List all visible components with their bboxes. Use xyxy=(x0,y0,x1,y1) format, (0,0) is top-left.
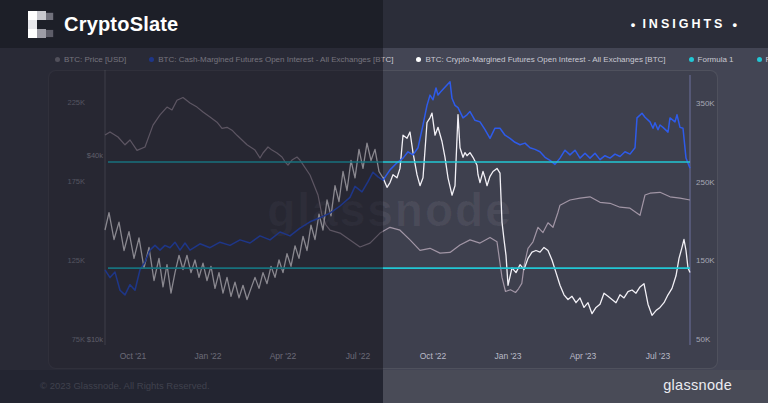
crypto-oi-series-dot-icon xyxy=(416,57,421,62)
cash-oi-series-dot-icon xyxy=(149,57,154,62)
site-footer: © 2023 Glassnode. All Rights Reserved. g… xyxy=(0,370,768,403)
x-tick-label: Jan '23 xyxy=(494,351,521,361)
legend-item-cash-margined-oi[interactable]: BTC: Cash-Margined Futures Open Interest… xyxy=(149,55,393,64)
legend-label: BTC: Price [USD] xyxy=(64,55,126,64)
chart-legend: BTC: Price [USD] BTC: Cash-Margined Futu… xyxy=(55,55,715,64)
x-tick-label: Oct '22 xyxy=(420,351,447,361)
page: glassnodeOct '21Jan '22Apr '22Jul '22Oct… xyxy=(0,0,768,403)
y-tick-label-oi-left: 125K xyxy=(67,256,85,265)
y-tick-label-oi-right: 350K xyxy=(696,99,715,108)
legend-item-formula-1[interactable]: Formula 1 xyxy=(689,55,734,64)
formula-2-dot-icon xyxy=(757,57,762,62)
y-tick-label-oi-left: 75K xyxy=(72,335,85,344)
legend-label: BTC: Crypto-Margined Futures Open Intere… xyxy=(425,55,665,64)
left-dot-icon: • xyxy=(631,17,636,32)
insights-label: INSIGHTS xyxy=(642,17,725,31)
brand-title[interactable]: CryptoSlate xyxy=(64,13,178,36)
glassnode-watermark: glassnode xyxy=(267,184,513,236)
insights-nav-link[interactable]: • INSIGHTS • xyxy=(624,0,744,48)
copyright-text: © 2023 Glassnode. All Rights Reserved. xyxy=(40,380,210,391)
legend-item-formula-2[interactable]: Formula 2 xyxy=(757,55,768,64)
y-tick-label-price: $10k xyxy=(87,335,104,344)
glassnode-wordmark[interactable]: glassnode xyxy=(663,377,732,393)
legend-label: Formula 1 xyxy=(698,55,734,64)
legend-label: BTC: Cash-Margined Futures Open Interest… xyxy=(158,55,393,64)
y-tick-label-price: $40k xyxy=(87,151,104,160)
y-tick-label-oi-left: 225K xyxy=(67,98,85,107)
cryptoslate-logo[interactable] xyxy=(28,11,55,38)
legend-item-price[interactable]: BTC: Price [USD] xyxy=(55,55,126,64)
site-header: CryptoSlate • INSIGHTS • xyxy=(0,0,768,48)
price-series-dot-icon xyxy=(55,57,60,62)
y-tick-label-oi-right: 250K xyxy=(696,178,715,187)
y-tick-label-oi-right: 150K xyxy=(696,256,715,265)
x-tick-label: Jan '22 xyxy=(194,351,221,361)
legend-item-crypto-margined-oi[interactable]: BTC: Crypto-Margined Futures Open Intere… xyxy=(416,55,665,64)
right-dot-icon: • xyxy=(732,17,737,32)
x-tick-label: Apr '22 xyxy=(270,351,297,361)
x-tick-label: Jul '23 xyxy=(646,351,671,361)
y-tick-label-oi-left: 175K xyxy=(67,177,85,186)
x-tick-label: Apr '23 xyxy=(570,351,597,361)
y-tick-label-oi-right: 50K xyxy=(696,335,711,344)
x-tick-label: Jul '22 xyxy=(346,351,371,361)
formula-1-dot-icon xyxy=(689,57,694,62)
x-tick-label: Oct '21 xyxy=(120,351,147,361)
